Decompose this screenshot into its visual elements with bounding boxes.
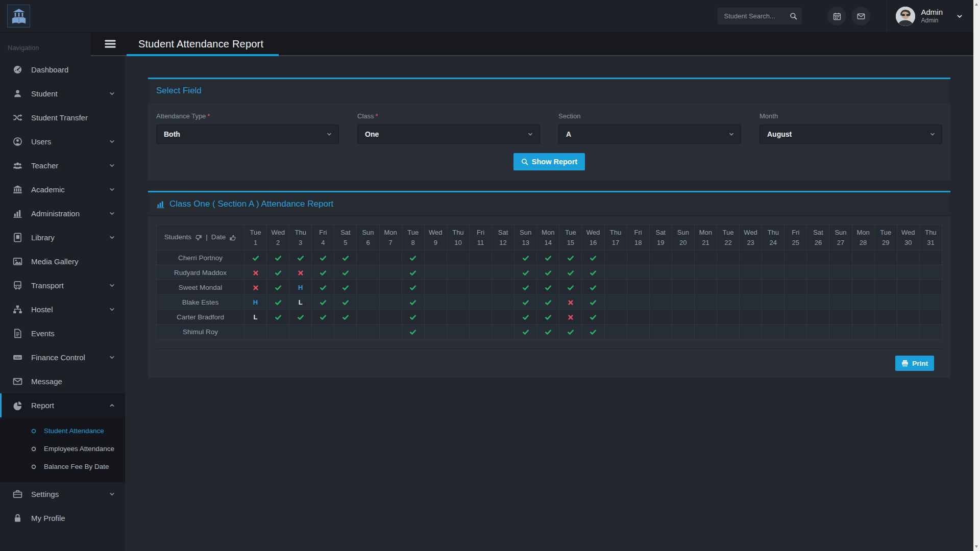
attendance-cell bbox=[537, 310, 559, 324]
present-check-icon bbox=[320, 269, 327, 277]
sidebar-item-library[interactable]: Library bbox=[0, 226, 125, 249]
submenu-item-balance-fee-by-date[interactable]: Balance Fee By Date bbox=[0, 458, 125, 475]
attendance-cell bbox=[514, 251, 537, 265]
attendance-cell bbox=[874, 251, 897, 265]
class-select[interactable]: One bbox=[357, 124, 540, 144]
print-button[interactable]: Print bbox=[895, 356, 934, 371]
attendance-cell bbox=[582, 310, 604, 324]
present-check-icon bbox=[320, 255, 327, 262]
student-icon bbox=[13, 89, 22, 98]
filter-field-attendance-type: Attendance Type*Both bbox=[156, 112, 339, 144]
attendance-cell bbox=[897, 265, 919, 280]
sidebar-item-student[interactable]: Student bbox=[0, 82, 125, 106]
attendance-cell bbox=[492, 310, 514, 324]
attendance-row: Blake EstesHL bbox=[157, 295, 942, 310]
section-select[interactable]: A bbox=[558, 124, 741, 144]
scroll-down-arrow[interactable] bbox=[975, 545, 978, 548]
user-menu[interactable]: Admin Admin bbox=[887, 7, 973, 26]
attendance-cell bbox=[762, 310, 785, 324]
month-select[interactable]: August bbox=[760, 124, 942, 144]
attendance-cell bbox=[785, 310, 807, 324]
chevron-down-icon bbox=[109, 282, 115, 289]
teacher-icon bbox=[13, 161, 22, 170]
sidebar-item-finance-control[interactable]: VISAFinance Control bbox=[0, 345, 125, 369]
messages-button[interactable] bbox=[851, 7, 870, 26]
attendance-cell bbox=[447, 324, 469, 339]
attendance-panel-footer: Print bbox=[156, 348, 942, 378]
sidebar-item-my-profile[interactable]: My Profile bbox=[0, 506, 125, 530]
attendance-cell bbox=[514, 310, 537, 324]
attendance-cell bbox=[717, 265, 739, 280]
sidebar-item-settings[interactable]: Settings bbox=[0, 482, 125, 506]
sidebar-item-administration[interactable]: Administration bbox=[0, 202, 125, 226]
sidebar-item-dashboard[interactable]: Dashboard bbox=[0, 58, 125, 82]
sidebar-item-transport[interactable]: Transport bbox=[0, 273, 125, 297]
thumbs-up-icon[interactable] bbox=[229, 234, 236, 241]
show-report-button[interactable]: Show Report bbox=[513, 153, 585, 170]
search-icon[interactable] bbox=[790, 12, 797, 20]
attendance-cell bbox=[604, 324, 627, 339]
avatar bbox=[896, 7, 915, 26]
scroll-up-arrow[interactable] bbox=[975, 3, 978, 6]
search-icon bbox=[521, 158, 528, 165]
present-check-icon bbox=[522, 314, 529, 321]
bus-icon bbox=[13, 281, 22, 290]
present-check-icon bbox=[522, 269, 529, 277]
chevron-down-icon[interactable] bbox=[956, 13, 963, 20]
attendance-cell bbox=[852, 324, 874, 339]
menu-icon[interactable] bbox=[104, 38, 116, 50]
present-check-icon bbox=[320, 284, 327, 291]
attendance-cell bbox=[604, 280, 627, 295]
attendance-type-select[interactable]: Both bbox=[156, 124, 339, 144]
sidebar-item-label: Finance Control bbox=[31, 353, 85, 362]
chevron-down-icon bbox=[728, 131, 734, 137]
sidebar-item-label: Dashboard bbox=[31, 65, 68, 74]
calendar-button[interactable] bbox=[827, 7, 846, 26]
attendance-cell bbox=[717, 324, 739, 339]
day-header: Fri25 bbox=[785, 225, 807, 251]
app-logo[interactable] bbox=[7, 5, 30, 28]
present-check-icon bbox=[342, 284, 349, 291]
sidebar-item-teacher[interactable]: Teacher bbox=[0, 154, 125, 178]
attendance-cell bbox=[897, 295, 919, 310]
thumbs-down-icon[interactable] bbox=[195, 234, 202, 241]
sidebar-item-hostel[interactable]: Hostel bbox=[0, 297, 125, 321]
sidebar-item-users[interactable]: Users bbox=[0, 130, 125, 154]
sidebar-item-events[interactable]: Events bbox=[0, 321, 125, 345]
students-sort-label: Students bbox=[164, 232, 191, 242]
select-field-title: Select Field bbox=[156, 86, 942, 96]
attendance-cell bbox=[267, 251, 289, 265]
attendance-cell bbox=[627, 265, 649, 280]
sidebar-item-message[interactable]: Message bbox=[0, 369, 125, 393]
attendance-cell bbox=[717, 280, 739, 295]
field-label: Section bbox=[558, 112, 741, 120]
sidebar-item-label: Teacher bbox=[31, 161, 58, 170]
attendance-cell bbox=[469, 265, 492, 280]
attendance-cell bbox=[672, 265, 694, 280]
circle-bullet-icon bbox=[31, 464, 37, 470]
submenu-item-employees-attendance[interactable]: Employees Attendance bbox=[0, 440, 125, 458]
present-check-icon bbox=[522, 284, 529, 291]
chevron-down-icon bbox=[109, 90, 115, 97]
students-date-header[interactable]: Students | Date bbox=[157, 225, 244, 251]
attendance-cell bbox=[694, 251, 717, 265]
chevron-down-icon bbox=[109, 210, 115, 217]
attendance-row: Carter BradfordL bbox=[157, 310, 942, 324]
dashboard-icon bbox=[13, 65, 22, 74]
submenu-item-student-attendance[interactable]: Student Attendance bbox=[0, 422, 125, 440]
required-asterisk: * bbox=[376, 112, 378, 120]
attendance-report-title-text: Class One ( Section A ) Attendance Repor… bbox=[169, 199, 333, 209]
sidebar-item-report[interactable]: Report bbox=[0, 393, 125, 417]
attendance-cell bbox=[672, 324, 694, 339]
attendance-cell bbox=[492, 280, 514, 295]
attendance-cell bbox=[740, 310, 762, 324]
attendance-cell bbox=[312, 280, 334, 295]
sidebar-item-student-transfer[interactable]: Student Transfer bbox=[0, 106, 125, 130]
sidebar-item-media-gallery[interactable]: Media Gallery bbox=[0, 249, 125, 273]
present-check-icon bbox=[522, 255, 529, 262]
submenu-item-label: Balance Fee By Date bbox=[44, 463, 109, 470]
user-circle-icon bbox=[13, 137, 22, 146]
present-check-icon bbox=[342, 299, 349, 306]
sidebar-item-academic[interactable]: Academic bbox=[0, 178, 125, 202]
vertical-scrollbar[interactable] bbox=[973, 0, 980, 551]
